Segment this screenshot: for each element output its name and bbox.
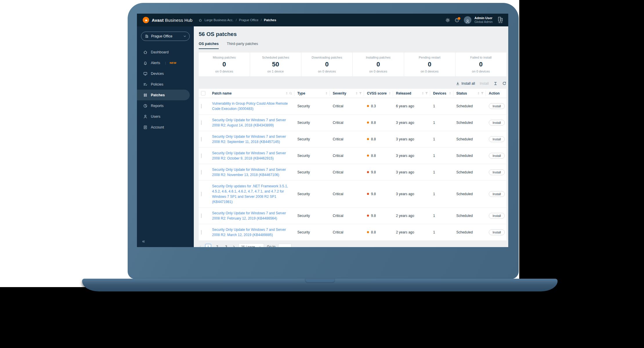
- sort-icon[interactable]: [355, 91, 358, 95]
- col-label: Status: [456, 91, 467, 95]
- prev-page-icon[interactable]: [199, 245, 202, 247]
- row-checkbox[interactable]: [199, 134, 209, 144]
- col-devices[interactable]: Devices: [430, 90, 453, 96]
- patches-icon: [143, 93, 148, 97]
- page-1[interactable]: 1: [205, 244, 211, 247]
- col-label: Action: [489, 91, 500, 95]
- col-patch-name[interactable]: Patch name: [209, 90, 294, 96]
- select-all-checkbox[interactable]: [199, 90, 209, 96]
- sidebar-item-dashboard[interactable]: Dashboard: [137, 47, 194, 57]
- col-released[interactable]: Released: [393, 90, 430, 96]
- patch-name-link[interactable]: Vulnerability in Group Policy Could Allo…: [212, 101, 293, 111]
- type-cell: Security: [294, 211, 330, 221]
- col-label: CVSS score: [367, 91, 387, 95]
- gear-icon[interactable]: [445, 18, 450, 23]
- bell-icon: [143, 61, 148, 65]
- row-install-button[interactable]: Install: [489, 169, 505, 175]
- sort-icon[interactable]: [477, 91, 480, 95]
- next-page-icon[interactable]: [232, 245, 236, 247]
- user-block[interactable]: Admin User Global Admin: [475, 16, 493, 24]
- tab-third-party-patches[interactable]: Third-party patches: [227, 42, 258, 49]
- filter-icon[interactable]: [425, 92, 428, 95]
- sort-icon[interactable]: [449, 91, 451, 95]
- tab-os-patches[interactable]: OS patches: [199, 42, 219, 49]
- sidebar-item-alerts[interactable]: Alerts | NEW: [137, 57, 194, 68]
- patch-name-link[interactable]: Security Only Update for Windows 7 and S…: [212, 211, 293, 221]
- severity-cell: Critical: [330, 118, 364, 128]
- stat-label: Failed to install: [455, 56, 506, 59]
- sidebar-collapse-button[interactable]: «: [142, 239, 145, 244]
- cvss-dot: [367, 215, 369, 217]
- page-3[interactable]: 3: [223, 244, 229, 247]
- severity-cell: Critical: [330, 211, 364, 221]
- patch-name-link[interactable]: Security Only Update for Windows 7 and S…: [212, 167, 293, 177]
- cvss-value: 8.8: [371, 230, 376, 234]
- cvss-dot: [367, 171, 369, 173]
- sidebar-item-account[interactable]: Account: [137, 122, 194, 133]
- row-install-button[interactable]: Install: [489, 153, 505, 159]
- help-icon[interactable]: ?: [455, 18, 460, 23]
- row-checkbox[interactable]: [199, 118, 209, 128]
- install-button[interactable]: Install: [480, 81, 489, 86]
- col-cvss[interactable]: CVSS score: [364, 90, 393, 96]
- col-label: Released: [396, 91, 411, 95]
- row-checkbox[interactable]: [199, 101, 209, 111]
- sidebar-item-users[interactable]: Users: [137, 111, 194, 122]
- patch-name-link[interactable]: Security Only Update for Windows 7 and S…: [212, 227, 293, 238]
- search-icon[interactable]: [289, 92, 292, 95]
- row-checkbox[interactable]: [199, 227, 209, 237]
- top-bar: Avast Business Hub Large Business Acc. /…: [137, 14, 508, 26]
- goto-input[interactable]: [278, 244, 292, 247]
- row-install-button[interactable]: Install: [489, 136, 505, 142]
- avatar[interactable]: [464, 16, 471, 24]
- sort-icon[interactable]: [285, 91, 288, 95]
- sidebar-item-policies[interactable]: Policies: [137, 79, 194, 90]
- row-checkbox[interactable]: [199, 167, 209, 177]
- page-size-select[interactable]: 25 / page: [238, 243, 264, 247]
- sidebar-item-devices[interactable]: Devices: [137, 68, 194, 79]
- filter-icon[interactable]: [481, 92, 484, 95]
- col-severity[interactable]: Severity: [330, 90, 364, 96]
- home-breadcrumb-icon[interactable]: [198, 18, 202, 22]
- sort-icon[interactable]: [422, 91, 424, 95]
- patch-name-link[interactable]: Security Only Update for Windows 7 and S…: [212, 117, 293, 128]
- patch-name-link[interactable]: Security Only updates for .NET Framework…: [212, 184, 293, 204]
- row-install-button[interactable]: Install: [489, 191, 505, 197]
- stat-label: Pending restart: [404, 56, 455, 59]
- sort-icon[interactable]: [325, 91, 328, 95]
- table-toolbar: Install all Install: [199, 81, 506, 86]
- col-action: Action: [486, 90, 506, 96]
- row-height-icon[interactable]: [493, 81, 498, 86]
- row-checkbox[interactable]: [199, 189, 209, 199]
- breadcrumb-account[interactable]: Large Business Acc.: [205, 18, 234, 22]
- row-install-button[interactable]: Install: [489, 213, 505, 219]
- released-cell: 3 years ago: [393, 134, 430, 144]
- row-install-button[interactable]: Install: [489, 103, 505, 109]
- laptop-notch: [305, 279, 335, 283]
- refresh-icon[interactable]: [502, 81, 506, 86]
- user-role: Global Admin: [475, 20, 493, 24]
- col-status[interactable]: Status: [453, 90, 486, 96]
- stat-installing: Installing patches 0 on 0 devices: [353, 52, 404, 76]
- col-type[interactable]: Type: [294, 90, 330, 96]
- breadcrumb-site[interactable]: Prague Office: [239, 18, 258, 22]
- patch-name-link[interactable]: Security Only Update for Windows 7 and S…: [212, 134, 293, 144]
- install-all-button[interactable]: Install all: [456, 81, 475, 86]
- site-selector[interactable]: Prague Office: [141, 32, 190, 41]
- sidebar-item-patches[interactable]: Patches: [137, 90, 190, 100]
- row-checkbox[interactable]: [199, 151, 209, 161]
- row-install-button[interactable]: Install: [489, 229, 505, 235]
- status-cell: Scheduled: [453, 211, 486, 221]
- company-switcher-icon[interactable]: [497, 16, 504, 24]
- stat-label: Downloading patches: [301, 56, 352, 59]
- sort-icon[interactable]: [388, 91, 391, 95]
- sidebar-item-label: Account: [151, 125, 164, 129]
- sidebar-item-label: Alerts: [151, 61, 160, 65]
- row-checkbox[interactable]: [199, 211, 209, 221]
- sidebar-item-reports[interactable]: Reports: [137, 100, 194, 111]
- page-2[interactable]: 2: [214, 244, 220, 247]
- row-install-button[interactable]: Install: [489, 120, 505, 126]
- filter-icon[interactable]: [359, 92, 362, 95]
- action-cell: Install: [486, 117, 506, 128]
- patch-name-link[interactable]: Security Only Update for Windows 7 and S…: [212, 151, 293, 161]
